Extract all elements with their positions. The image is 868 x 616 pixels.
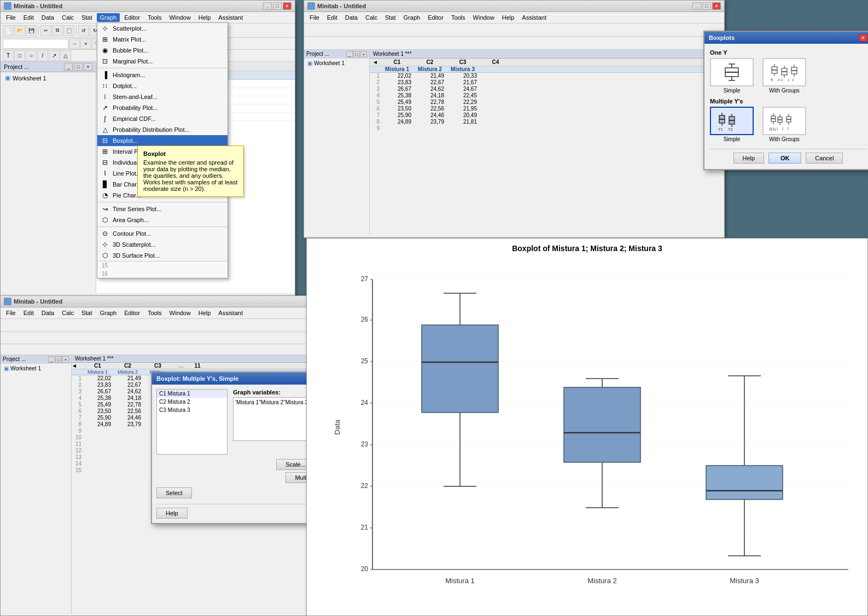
multi-simple-option[interactable]: Y1 Y2 [710,107,754,135]
menu-graph-2[interactable]: Graph [400,13,424,22]
menu-editor-2[interactable]: Editor [424,13,447,22]
menu-graph[interactable]: Graph [97,13,120,22]
list-item[interactable]: C2 Mistura 2 [157,398,227,406]
menu-histogram[interactable]: ▐Histogram... [97,69,228,80]
menu-help-2[interactable]: Help [499,13,518,22]
worksheet-item[interactable]: ▣ Worksheet 1 [1,72,96,84]
menu-scatterplot[interactable]: ⊹Scatterplot... [97,23,228,34]
list-item[interactable]: C1 Mistura 1 [157,390,227,398]
menu-stat-2[interactable]: Stat [382,13,399,22]
panel-controls[interactable]: _ □ × [64,63,92,71]
ws-item-bl[interactable]: ▣ Worksheet 1 [1,364,71,373]
window-controls[interactable]: _ □ × [263,2,292,10]
menu-edit-3[interactable]: Edit [20,309,37,317]
menu-bubbleplot[interactable]: ◉Bubble Plot... [97,45,228,56]
tb-paste[interactable]: 📋 [63,25,74,36]
tb-copy[interactable]: ⧉ [52,25,63,36]
menu-help-3[interactable]: Help [195,309,214,317]
withgroups-option[interactable]: B A 1 1 2 [762,58,806,86]
worksheet-selector[interactable] [3,39,68,49]
proj-min-tr[interactable]: _ [346,51,353,57]
boxplots-cancel-btn[interactable]: Cancel [806,153,843,164]
maximize-btn[interactable]: □ [273,2,282,10]
menu-ecdf[interactable]: ∫Empirical CDF... [97,113,228,124]
tb-t[interactable]: T [3,50,14,61]
menu-stat[interactable]: Stat [78,13,96,22]
boxplots-close[interactable]: × [859,34,867,42]
variable-list[interactable]: C1 Mistura 1 C2 Mistura 2 C3 Mistura 3 [156,389,228,455]
menu-tools-2[interactable]: Tools [448,13,469,22]
tb-poly[interactable]: △ [60,50,71,61]
menu-assistant-2[interactable]: Assistant [519,13,550,22]
tb-cut[interactable]: ✂ [40,25,51,36]
proj-close-bl[interactable]: × [62,356,69,363]
menu-tools-3[interactable]: Tools [144,309,165,317]
tb-line[interactable]: / [37,50,48,61]
menu-probdistplot[interactable]: △Probability Distribution Plot... [97,124,228,135]
proj-min-bl[interactable]: _ [48,356,55,363]
menu-boxplot[interactable]: ⊟Boxplot... [97,135,228,146]
select-btn[interactable]: Select [156,487,192,498]
menu-marginalplot[interactable]: ⊡Marginal Plot... [97,56,228,67]
menu-assistant-3[interactable]: Assistant [215,309,246,317]
menu-stemleaf[interactable]: ⁞Stem-and-Leaf... [97,91,228,102]
boxplots-ok-btn[interactable]: OK [768,153,801,164]
multi-withgroups-option[interactable]: A 1 1 1 2 Y1 Y2 [762,107,806,135]
menu-calc[interactable]: Calc [59,13,77,22]
proj-max-tr[interactable]: □ [353,51,360,57]
tb-open[interactable]: 📂 [14,25,25,36]
menu-stat-3[interactable]: Stat [78,309,96,317]
window-controls-2[interactable]: _ □ × [692,2,721,10]
menu-data[interactable]: Data [38,13,57,22]
menu-tools[interactable]: Tools [144,13,165,22]
simple-option[interactable] [710,58,754,86]
tb-arrow2[interactable]: ↗ [49,50,60,61]
menu-probplot[interactable]: ↗Probability Plot... [97,102,228,113]
menu-calc-3[interactable]: Calc [59,309,77,317]
menu-data-2[interactable]: Data [342,13,361,22]
ws-item-tr[interactable]: ▣ Worksheet 1 [304,59,369,68]
menu-3dsurface[interactable]: ⬡3D Surface Plot... [97,250,228,261]
proj-max-bl[interactable]: □ [55,356,62,363]
menu-3dscatter[interactable]: ⊹3D Scatterplot... [97,239,228,250]
menu-window-3[interactable]: Window [166,309,194,317]
list-item[interactable]: C3 Mistura 3 [157,406,227,414]
minimize-btn[interactable]: _ [263,2,272,10]
close-btn-2[interactable]: × [712,2,721,10]
menu-calc-2[interactable]: Calc [362,13,381,22]
multi-help-btn[interactable]: Help [156,508,188,519]
min-btn-2[interactable]: _ [692,2,701,10]
menu-edit-2[interactable]: Edit [324,13,341,22]
menu-contour[interactable]: ⊙Contour Plot... [97,228,228,239]
panel-close[interactable]: × [84,63,92,71]
tb-undo[interactable]: ↺ [78,25,89,36]
tb-arrow[interactable]: → [69,38,80,49]
menu-file-3[interactable]: File [3,309,19,317]
panel-min[interactable]: _ [64,63,73,71]
tb-new[interactable]: 📄 [3,25,14,36]
menu-graph-3[interactable]: Graph [97,309,120,317]
menu-editor[interactable]: Editor [121,13,143,22]
menu-file-2[interactable]: File [306,13,323,22]
close-btn[interactable]: × [283,2,292,10]
proj-controls-bl[interactable]: _ □ × [48,356,69,363]
boxplots-help-btn[interactable]: Help [733,153,765,164]
max-btn-2[interactable]: □ [702,2,711,10]
menu-areagraph[interactable]: ⬡Area Graph... [97,214,228,225]
menu-editor-3[interactable]: Editor [121,309,143,317]
tb-save[interactable]: 💾 [26,25,37,36]
menu-window[interactable]: Window [166,13,194,22]
menu-assistant[interactable]: Assistant [215,13,246,22]
menu-file[interactable]: File [3,13,19,22]
tb-circle[interactable]: ○ [26,50,37,61]
menu-data-3[interactable]: Data [38,309,57,317]
proj-close-tr[interactable]: × [360,51,367,57]
menu-help[interactable]: Help [195,13,214,22]
tb-close-ws[interactable]: × [80,38,91,49]
menu-edit[interactable]: Edit [20,13,37,22]
panel-max[interactable]: □ [74,63,83,71]
menu-matrixplot[interactable]: ⊞Matrix Plot... [97,34,228,45]
menu-window-2[interactable]: Window [470,13,498,22]
menu-dotplot[interactable]: ∷Dotplot... [97,80,228,91]
menu-timeseries[interactable]: ↝Time Series Plot... [97,204,228,214]
